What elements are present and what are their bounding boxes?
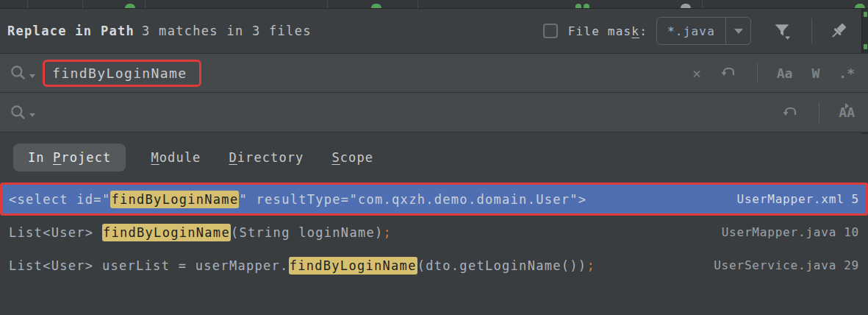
- pin-button[interactable]: [828, 21, 849, 41]
- background-editor-strip: [0, 0, 868, 9]
- match-highlight: findByLoginName: [102, 224, 231, 241]
- scope-tab[interactable]: Directory: [226, 144, 306, 171]
- chevron-down-icon: [734, 29, 743, 34]
- match-highlight: findByLoginName: [289, 257, 417, 275]
- tab-label: In: [28, 150, 53, 165]
- result-code: <select id="findByLoginName" resultType=…: [9, 192, 587, 207]
- replace-history-caret-icon: [29, 113, 35, 117]
- filter-icon: [772, 21, 792, 41]
- options-separator: [757, 63, 758, 83]
- code-text: " resultType="com.qxzh.demo.domain.User"…: [239, 192, 587, 207]
- file-mask-dropdown-button[interactable]: [725, 18, 750, 44]
- result-code: List<User> userList = userMapper.findByL…: [9, 258, 595, 273]
- tab-label: roject: [61, 150, 111, 165]
- result-location: UserMapper.xml 5: [727, 192, 860, 206]
- tab-label: cope: [340, 150, 373, 165]
- result-row[interactable]: <select id="findByLoginName" resultType=…: [0, 183, 868, 216]
- result-line: 5: [852, 192, 859, 206]
- strip-separator: [417, 0, 418, 9]
- replace-icon[interactable]: [9, 103, 35, 122]
- code-text: ;: [384, 225, 392, 240]
- toolbar-icon-partial: [681, 4, 691, 8]
- file-mask-combobox[interactable]: *.java: [656, 17, 751, 45]
- search-field[interactable]: findByLoginName ✕ Aa W .*: [0, 53, 868, 93]
- preserve-case-toggle[interactable]: AA: [839, 105, 855, 120]
- strip-separator: [27, 0, 28, 9]
- file-mask-label: File mask:: [568, 24, 648, 38]
- file-mask-checkbox[interactable]: [543, 24, 558, 38]
- dialog-title: Replace in Path: [7, 24, 134, 38]
- pin-icon: [828, 21, 849, 41]
- code-text: ;: [587, 258, 595, 273]
- editor-text-partial: [855, 4, 865, 8]
- replace-options: AA: [782, 102, 855, 123]
- result-line: 10: [844, 225, 859, 239]
- tab-mnemonic: M: [151, 150, 159, 165]
- result-line: 29: [844, 258, 859, 272]
- run-icon-partial: [125, 4, 135, 8]
- clear-search-icon[interactable]: ✕: [692, 65, 700, 81]
- tab-label: irectory: [237, 150, 304, 165]
- tab-label: odule: [159, 150, 201, 165]
- scope-tabs: In ProjectModuleDirectoryScope: [0, 132, 868, 183]
- tab-mnemonic: P: [53, 150, 61, 165]
- replace-in-path-dialog: Replace in Path 3 matches in 3 files Fil…: [0, 9, 868, 282]
- match-summary: 3 matches in 3 files: [142, 24, 312, 38]
- run-icon-partial: [584, 4, 589, 8]
- file-mask-label-colon: :: [639, 24, 648, 38]
- result-row[interactable]: List<User> findByLoginName(String loginN…: [0, 216, 868, 249]
- result-file: UserMapper.xml: [737, 192, 844, 206]
- file-mask-label-text: File mas: [568, 24, 632, 38]
- run-icon-partial: [371, 4, 381, 8]
- match-highlight: findByLoginName: [110, 191, 239, 208]
- filter-button[interactable]: [772, 21, 792, 41]
- tab-mnemonic: D: [229, 150, 237, 165]
- results-list: <select id="findByLoginName" resultType=…: [0, 183, 868, 282]
- result-file: UserMapper.java: [722, 225, 837, 239]
- strip-separator: [327, 0, 328, 9]
- search-query-annotated[interactable]: findByLoginName: [43, 60, 201, 87]
- whole-words-toggle[interactable]: W: [811, 66, 819, 81]
- search-options: ✕ Aa W .*: [692, 63, 855, 83]
- options-separator: [819, 102, 819, 123]
- newline-icon[interactable]: [782, 104, 800, 121]
- scope-tab[interactable]: Module: [148, 144, 204, 171]
- scope-tab[interactable]: Scope: [329, 144, 376, 171]
- strip-separator: [702, 0, 703, 9]
- match-case-toggle[interactable]: Aa: [777, 66, 793, 81]
- header-controls: File mask: *.java: [543, 17, 849, 45]
- dialog-header: Replace in Path 3 matches in 3 files Fil…: [0, 9, 868, 53]
- header-separator: [811, 18, 812, 43]
- editor-text-partial: [864, 12, 867, 17]
- result-row[interactable]: List<User> userList = userMapper.findByL…: [0, 249, 868, 282]
- regex-toggle[interactable]: .*: [839, 66, 855, 81]
- newline-icon[interactable]: [720, 64, 738, 82]
- search-history-caret-icon: [29, 74, 35, 78]
- file-mask-value: *.java: [657, 24, 725, 38]
- file-mask-mnemonic: k: [631, 24, 639, 38]
- scope-tab[interactable]: In Project: [13, 144, 126, 171]
- code-text: List<User>: [9, 225, 102, 240]
- code-text: (dto.getLoginName()): [417, 258, 587, 273]
- tab-mnemonic: S: [331, 150, 340, 165]
- editor-text-partial: [864, 44, 867, 49]
- replace-field[interactable]: AA: [0, 93, 868, 132]
- result-location: UserMapper.java 10: [711, 225, 859, 239]
- search-icon[interactable]: [9, 63, 35, 82]
- find-in-path-dialog: Replace in Path 3 matches in 3 files Fil…: [0, 0, 868, 315]
- code-text: List<User> userList = userMapper.: [9, 258, 289, 273]
- code-text: <select id=": [9, 192, 110, 207]
- result-location: UserService.java 29: [703, 258, 859, 272]
- run-icon-partial: [575, 4, 581, 8]
- result-code: List<User> findByLoginName(String loginN…: [9, 225, 392, 240]
- strip-separator: [145, 0, 146, 9]
- strip-separator: [82, 0, 83, 9]
- code-text: (String loginName): [231, 225, 384, 240]
- result-file: UserService.java: [714, 258, 836, 272]
